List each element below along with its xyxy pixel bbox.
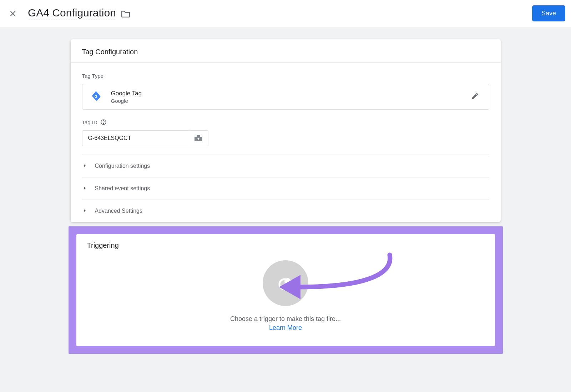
google-tag-icon: G (90, 90, 102, 103)
insert-variable-button[interactable] (189, 130, 208, 146)
configuration-settings-label: Configuration settings (95, 163, 150, 169)
triggering-empty-state: Choose a trigger to make this tag fire..… (87, 260, 484, 332)
save-button[interactable]: Save (532, 5, 565, 21)
tag-configuration-card: Tag Configuration Tag Type G Google Tag … (71, 39, 501, 222)
triggering-highlight: Triggering Choose a trigger to make this… (69, 226, 503, 354)
trigger-icon (277, 274, 294, 292)
workspace: Tag Configuration Tag Type G Google Tag … (0, 27, 571, 354)
add-trigger-button[interactable] (263, 260, 308, 306)
tag-id-label-row: Tag ID (82, 119, 489, 125)
svg-point-2 (103, 123, 103, 124)
variable-brick-icon (194, 135, 203, 141)
page-title[interactable]: GA4 Configuration (28, 7, 116, 20)
title-wrap: GA4 Configuration (28, 7, 532, 20)
pencil-icon (471, 92, 479, 100)
close-icon (9, 10, 17, 17)
tag-type-text: Google Tag Google (111, 90, 460, 104)
chevron-right-icon (83, 208, 87, 214)
svg-text:G: G (95, 95, 97, 99)
top-bar: GA4 Configuration Save (0, 0, 571, 27)
help-icon[interactable] (100, 119, 107, 125)
triggering-empty-text: Choose a trigger to make this tag fire..… (87, 315, 484, 323)
triggering-title: Triggering (87, 241, 484, 250)
tag-id-input[interactable] (82, 130, 189, 146)
tag-type-vendor: Google (111, 98, 460, 104)
close-button[interactable] (6, 6, 20, 21)
tag-type-name: Google Tag (111, 90, 460, 97)
svg-rect-6 (197, 139, 199, 139)
triggering-card[interactable]: Triggering Choose a trigger to make this… (76, 234, 495, 346)
advanced-settings-toggle[interactable]: Advanced Settings (82, 200, 489, 222)
tag-config-body: Tag Type G Google Tag Google Tag ID (71, 63, 501, 222)
shared-event-settings-toggle[interactable]: Shared event settings (82, 177, 489, 200)
tag-type-selector[interactable]: G Google Tag Google (82, 84, 489, 110)
chevron-right-icon (83, 163, 87, 169)
learn-more-link[interactable]: Learn More (269, 324, 302, 331)
svg-rect-4 (197, 135, 200, 137)
shared-event-settings-label: Shared event settings (95, 185, 150, 192)
edit-tag-type-button[interactable] (468, 89, 482, 104)
advanced-settings-label: Advanced Settings (95, 208, 142, 214)
tag-config-title: Tag Configuration (71, 39, 501, 63)
svg-point-8 (284, 278, 291, 285)
chevron-right-icon (83, 185, 87, 192)
configuration-settings-toggle[interactable]: Configuration settings (82, 155, 489, 177)
folder-icon[interactable] (121, 10, 130, 17)
tag-id-label: Tag ID (82, 119, 97, 125)
tag-id-row (82, 130, 489, 146)
tag-type-label: Tag Type (82, 73, 489, 79)
